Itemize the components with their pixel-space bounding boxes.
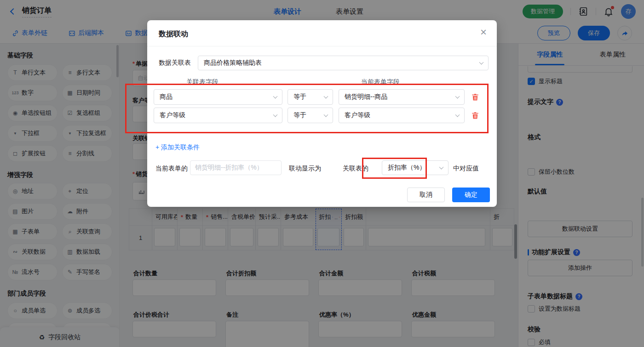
chevron-down-icon — [439, 165, 444, 170]
linkage-prefix-text: 当前表单的 — [155, 165, 188, 173]
chevron-down-icon — [273, 94, 278, 99]
chevron-down-icon — [324, 113, 328, 117]
chevron-down-icon — [455, 94, 460, 99]
close-icon[interactable]: × — [480, 27, 487, 38]
linkage-middle-text: 联动显示为 — [289, 165, 321, 173]
column-header-related-fields: 关联表字段 — [186, 78, 218, 86]
column-header-current-fields: 当前表单字段 — [361, 78, 400, 86]
chevron-down-icon — [273, 113, 278, 117]
chevron-down-icon — [479, 60, 484, 65]
linkage-suffix-text: 中对应值 — [453, 165, 479, 173]
chevron-down-icon — [324, 94, 328, 99]
related-table-select[interactable]: 商品价格策略辅助表 — [198, 56, 489, 70]
chevron-down-icon — [455, 113, 460, 117]
condition-2-right-select[interactable]: 客户等级 — [339, 108, 465, 123]
condition-2-operator-select[interactable]: 等于 — [288, 108, 333, 123]
cancel-button[interactable]: 取消 — [407, 188, 445, 202]
divider — [147, 46, 497, 46]
delete-condition-2-trash-icon[interactable] — [471, 111, 479, 119]
add-condition-link[interactable]: + 添加关联条件 — [155, 143, 200, 152]
condition-1-right-select[interactable]: 销货明细--商品 — [339, 89, 465, 105]
delete-condition-1-trash-icon[interactable] — [471, 93, 479, 101]
related-table-label: 数据关联表 — [159, 59, 191, 67]
condition-1-operator-select[interactable]: 等于 — [288, 89, 333, 105]
condition-2-left-select[interactable]: 客户等级 — [154, 108, 282, 123]
confirm-button[interactable]: 确定 — [452, 188, 490, 202]
condition-1-left-select[interactable]: 商品 — [154, 89, 282, 105]
data-linkage-modal: 数据联动 × 数据关联表 商品价格策略辅助表 关联表字段 当前表单字段 商品 等… — [147, 20, 497, 207]
linkage-target-field: 销货明细--折扣率（%） — [190, 160, 282, 175]
modal-title: 数据联动 — [159, 29, 188, 39]
linkage-of-table-text: 关联表的 — [343, 165, 368, 173]
linkage-source-select[interactable]: 折扣率（%） — [382, 160, 448, 175]
